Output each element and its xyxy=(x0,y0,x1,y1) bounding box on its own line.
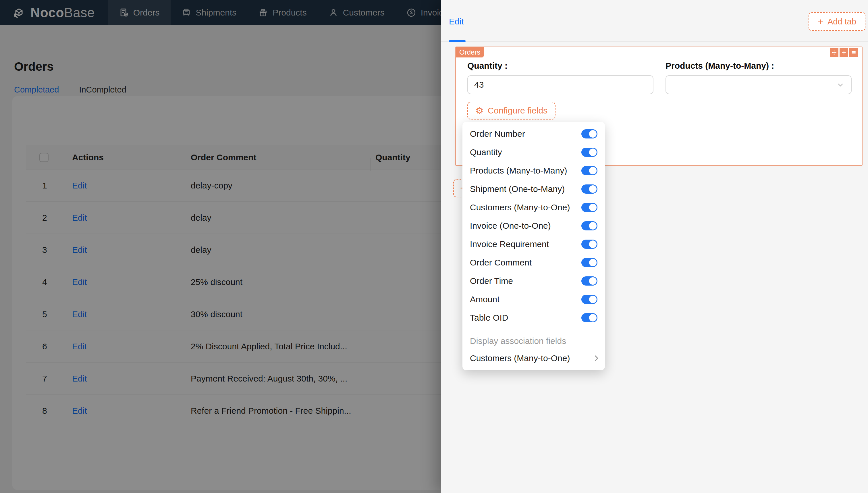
products-field: Products (Many-to-Many) : xyxy=(666,61,852,94)
gear-icon: ⚙ xyxy=(475,106,484,115)
add-field-icon[interactable] xyxy=(840,48,848,57)
toggle-switch[interactable] xyxy=(581,129,597,138)
toggle-switch[interactable] xyxy=(581,221,597,230)
add-tab-button[interactable]: + Add tab xyxy=(808,12,865,31)
toggle-switch[interactable] xyxy=(581,295,597,304)
toggle-switch[interactable] xyxy=(581,166,597,175)
menu-item-invoice-requirement[interactable]: Invoice Requirement xyxy=(463,235,605,253)
menu-item-association-customers[interactable]: Customers (Many-to-One) xyxy=(463,349,605,367)
drag-handle-icon[interactable] xyxy=(830,48,839,57)
quantity-label: Quantity : xyxy=(467,61,653,71)
toggle-switch[interactable] xyxy=(581,276,597,285)
form-fields-row: Quantity : Products (Many-to-Many) : xyxy=(456,47,862,94)
menu-item-shipment[interactable]: Shipment (One-to-Many) xyxy=(463,180,605,198)
menu-item-order-number[interactable]: Order Number xyxy=(463,125,605,143)
menu-item-quantity[interactable]: Quantity xyxy=(463,143,605,162)
configure-fields-menu: Order Number Quantity Products (Many-to-… xyxy=(463,122,605,370)
edit-drawer: Edit + Add tab Orders Quantity : xyxy=(441,0,868,493)
configure-fields-button[interactable]: ⚙ Configure fields xyxy=(467,102,556,120)
toggle-switch[interactable] xyxy=(581,185,597,194)
menu-item-table-oid[interactable]: Table OID xyxy=(463,308,605,327)
block-designer-toolbar xyxy=(830,48,858,57)
toggle-switch[interactable] xyxy=(581,258,597,267)
quantity-input[interactable] xyxy=(467,75,653,94)
menu-item-order-time[interactable]: Order Time xyxy=(463,272,605,290)
menu-item-order-comment[interactable]: Order Comment xyxy=(463,253,605,272)
toggle-switch[interactable] xyxy=(581,240,597,249)
chevron-down-icon xyxy=(837,81,844,88)
block-menu-icon[interactable] xyxy=(849,48,858,57)
menu-item-products[interactable]: Products (Many-to-Many) xyxy=(463,162,605,180)
toggle-switch[interactable] xyxy=(581,313,597,322)
drawer-tab-edit[interactable]: Edit xyxy=(449,17,464,26)
chevron-right-icon xyxy=(593,356,598,361)
active-tab-indicator xyxy=(449,40,466,42)
products-select[interactable] xyxy=(666,75,852,94)
toggle-switch[interactable] xyxy=(581,148,597,157)
products-label: Products (Many-to-Many) : xyxy=(666,61,852,71)
block-collection-tag: Orders xyxy=(456,47,484,58)
plus-icon: + xyxy=(818,17,823,26)
menu-item-invoice[interactable]: Invoice (One-to-One) xyxy=(463,217,605,235)
menu-group-label: Display association fields xyxy=(463,333,605,349)
menu-divider xyxy=(463,330,605,330)
menu-item-customers[interactable]: Customers (Many-to-One) xyxy=(463,198,605,217)
toggle-switch[interactable] xyxy=(581,203,597,212)
drawer-tab-bar: Edit + Add tab xyxy=(441,0,868,42)
quantity-field: Quantity : xyxy=(467,61,653,94)
menu-item-amount[interactable]: Amount xyxy=(463,290,605,308)
